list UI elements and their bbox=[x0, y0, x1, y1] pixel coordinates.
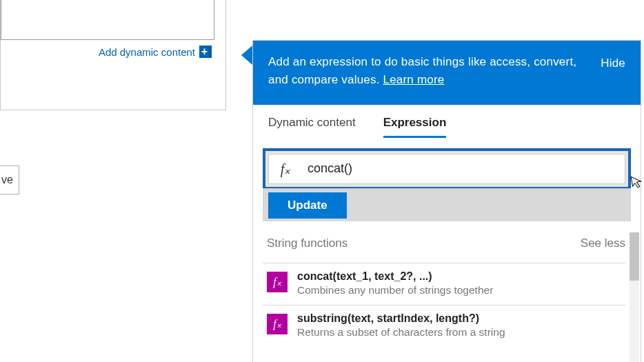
function-description: Combines any number of strings together bbox=[297, 284, 493, 296]
section-header: String functions See less bbox=[263, 232, 639, 263]
scrollbar-track[interactable] bbox=[630, 232, 639, 362]
hide-button[interactable]: Hide bbox=[601, 53, 625, 72]
section-title: String functions bbox=[267, 237, 348, 250]
callout-arrow-icon bbox=[241, 46, 252, 65]
update-button[interactable]: Update bbox=[268, 192, 347, 219]
function-list: String functions See less fₓ concat(text… bbox=[263, 232, 639, 362]
save-button-fragment[interactable]: ve bbox=[0, 165, 19, 194]
expression-input[interactable] bbox=[302, 154, 625, 183]
expression-panel: Add an expression to do basic things lik… bbox=[252, 40, 641, 362]
add-dynamic-content-label: Add dynamic content bbox=[99, 46, 195, 58]
fx-badge-icon: fₓ bbox=[267, 272, 288, 292]
tab-dynamic-content[interactable]: Dynamic content bbox=[268, 116, 356, 138]
function-item-concat[interactable]: fₓ concat(text_1, text_2?, ...) Combines… bbox=[263, 263, 625, 305]
expression-input-row: fₓ bbox=[268, 154, 625, 184]
panel-header: Add an expression to do basic things lik… bbox=[253, 41, 641, 105]
add-dynamic-content-link[interactable]: Add dynamic content + bbox=[99, 46, 212, 58]
tab-bar: Dynamic content Expression bbox=[253, 105, 641, 139]
update-bar: Update bbox=[263, 188, 631, 221]
expression-input-container: fₓ bbox=[263, 148, 631, 190]
plus-icon: + bbox=[199, 46, 212, 58]
fx-badge-icon: fₓ bbox=[267, 314, 288, 334]
learn-more-link[interactable]: Learn more bbox=[383, 73, 445, 86]
tab-expression[interactable]: Expression bbox=[383, 116, 447, 138]
see-less-toggle[interactable]: See less bbox=[581, 237, 625, 250]
function-signature: substring(text, startIndex, length?) bbox=[297, 312, 505, 325]
function-description: Returns a subset of characters from a st… bbox=[297, 326, 505, 339]
text-input-field[interactable] bbox=[1, 0, 214, 40]
panel-header-message: Add an expression to do basic things lik… bbox=[268, 53, 584, 90]
function-item-substring[interactable]: fₓ substring(text, startIndex, length?) … bbox=[263, 305, 625, 347]
fx-icon: fₓ bbox=[269, 161, 302, 177]
action-card: Add dynamic content + bbox=[0, 0, 226, 110]
scrollbar-thumb[interactable] bbox=[630, 232, 639, 281]
function-signature: concat(text_1, text_2?, ...) bbox=[297, 270, 493, 283]
